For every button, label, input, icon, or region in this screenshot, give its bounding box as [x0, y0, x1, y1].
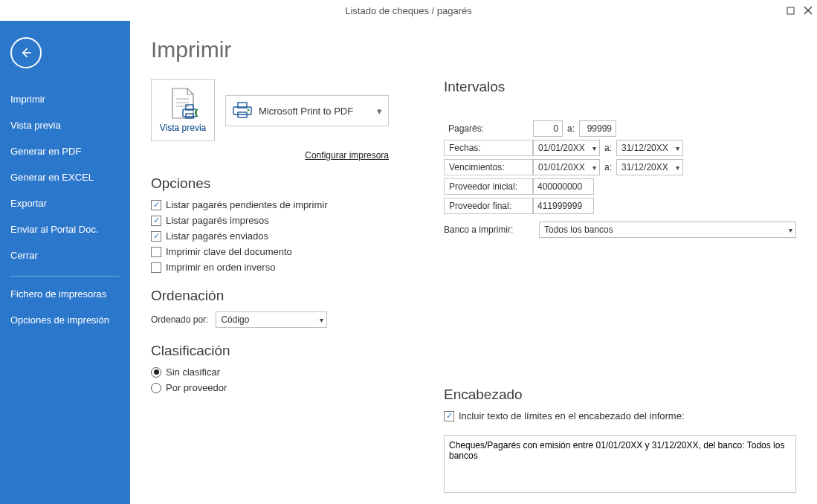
pagares-to-input[interactable]: 99999 — [579, 120, 616, 137]
checkbox-icon: ✓ — [151, 216, 161, 226]
option-label: Imprimir clave del documento — [166, 246, 292, 257]
sidebar-item-vista-previa[interactable]: Vista previa — [0, 112, 130, 138]
option-pendientes[interactable]: ✓ Listar pagarés pendientes de imprimir — [151, 199, 411, 210]
date-value: 31/12/20XX — [621, 162, 668, 172]
option-label: Imprimir en orden inverso — [166, 262, 275, 273]
sidebar-item-generar-excel[interactable]: Generar en EXCEL — [0, 164, 130, 190]
chevron-down-icon: ▾ — [592, 164, 596, 172]
include-header-label: Incluir texto de límites en el encabezad… — [459, 410, 685, 421]
options-heading: Opciones — [151, 175, 411, 192]
checkbox-icon: ✓ — [151, 200, 161, 210]
chevron-down-icon: ▾ — [592, 144, 596, 152]
sidebar-item-cerrar[interactable]: Cerrar — [0, 242, 130, 268]
chevron-down-icon: ▾ — [377, 106, 382, 117]
title-bar: Listado de cheques / pagarés — [0, 0, 817, 21]
option-impresos[interactable]: ✓ Listar pagarés impresos — [151, 215, 411, 226]
radio-icon — [151, 367, 161, 378]
date-value: 31/12/20XX — [621, 143, 668, 153]
main-content: Imprimir — [130, 21, 817, 504]
sidebar-item-exportar[interactable]: Exportar — [0, 190, 130, 216]
radio-label: Por proveedor — [166, 382, 227, 393]
checkbox-icon — [151, 247, 161, 257]
sidebar-item-generar-pdf[interactable]: Generar en PDF — [0, 138, 130, 164]
venc-from-dropdown[interactable]: 01/01/20XX ▾ — [533, 159, 600, 175]
page-title: Imprimir — [151, 37, 796, 62]
date-value: 01/01/20XX — [538, 143, 585, 153]
chevron-down-icon: ▾ — [676, 164, 679, 172]
a-label: a: — [604, 143, 612, 153]
back-button[interactable] — [10, 37, 42, 68]
window-close-icon[interactable] — [804, 4, 813, 17]
checkbox-icon: ✓ — [444, 411, 454, 421]
option-enviados[interactable]: ✓ Listar pagarés enviados — [151, 230, 411, 242]
radio-label: Sin clasificar — [166, 366, 220, 378]
order-label: Ordenado por: — [151, 314, 208, 325]
order-heading: Ordenación — [151, 288, 411, 304]
include-header-checkbox[interactable]: ✓ Incluir texto de límites en el encabez… — [444, 410, 796, 421]
order-value: Código — [221, 314, 249, 325]
document-preview-icon — [168, 87, 198, 120]
option-label: Listar pagarés impresos — [166, 215, 269, 226]
proveedor-final-input[interactable]: 411999999 — [533, 198, 594, 214]
a-label: a: — [604, 162, 612, 172]
venc-to-dropdown[interactable]: 31/12/20XX ▾ — [616, 159, 683, 175]
bank-value: Todos los bancos — [544, 224, 613, 235]
window-title: Listado de cheques / pagarés — [345, 5, 472, 16]
sidebar-item-imprimir[interactable]: Imprimir — [0, 86, 130, 112]
fechas-to-dropdown[interactable]: 31/12/20XX ▾ — [616, 140, 683, 156]
fechas-from-dropdown[interactable]: 01/01/20XX ▾ — [533, 140, 600, 156]
classification-heading: Clasificación — [151, 343, 411, 359]
proveedor-inicial-input[interactable]: 400000000 — [533, 178, 594, 195]
sidebar-item-enviar-portal[interactable]: Enviar al Portal Doc. — [0, 216, 130, 242]
chevron-down-icon: ▾ — [320, 316, 323, 324]
bank-label: Banco a imprimir: — [444, 224, 527, 235]
printer-dropdown[interactable]: Microsoft Print to PDF ▾ — [225, 95, 389, 126]
vencimientos-label: Vencimientos: — [444, 159, 533, 175]
sidebar: Imprimir Vista previa Generar en PDF Gen… — [0, 21, 130, 504]
class-por-proveedor[interactable]: Por proveedor — [151, 382, 411, 393]
configure-printer-link[interactable]: Configurar impresora — [305, 150, 389, 161]
option-label: Listar pagarés pendientes de imprimir — [166, 199, 328, 210]
svg-rect-0 — [787, 7, 794, 14]
fechas-label: Fechas: — [444, 140, 533, 156]
date-value: 01/01/20XX — [538, 162, 585, 172]
option-inverso[interactable]: Imprimir en orden inverso — [151, 262, 411, 273]
sidebar-item-fichero-impresoras[interactable]: Fichero de impresoras — [0, 281, 130, 307]
sidebar-separator — [10, 276, 120, 277]
printer-name: Microsoft Print to PDF — [259, 106, 353, 117]
checkbox-icon — [151, 262, 161, 273]
printer-icon — [232, 101, 253, 121]
pagares-label: Pagarés: — [444, 120, 533, 137]
window-maximize-icon[interactable] — [787, 4, 795, 17]
option-clave[interactable]: Imprimir clave del documento — [151, 246, 411, 257]
proveedor-final-label: Proveedor final: — [444, 198, 533, 214]
header-textarea[interactable] — [444, 435, 796, 493]
bank-dropdown[interactable]: Todos los bancos ▾ — [539, 222, 796, 238]
header-heading: Encabezado — [444, 387, 796, 403]
pagares-from-input[interactable]: 0 — [533, 120, 563, 137]
preview-button[interactable]: Vista previa — [151, 79, 215, 141]
sidebar-item-opciones-impresion[interactable]: Opciones de impresión — [0, 307, 130, 333]
checkbox-icon: ✓ — [151, 231, 161, 242]
svg-point-12 — [248, 109, 250, 111]
order-dropdown[interactable]: Código ▾ — [216, 311, 327, 328]
option-label: Listar pagarés enviados — [166, 230, 268, 242]
intervals-heading: Intervalos — [444, 79, 796, 95]
chevron-down-icon: ▾ — [676, 144, 679, 152]
proveedor-inicial-label: Proveedor inicial: — [444, 178, 533, 195]
preview-button-label: Vista previa — [160, 123, 206, 133]
class-sin-clasificar[interactable]: Sin clasificar — [151, 366, 411, 378]
a-label: a: — [567, 123, 575, 134]
chevron-down-icon: ▾ — [789, 226, 792, 234]
radio-icon — [151, 383, 161, 393]
